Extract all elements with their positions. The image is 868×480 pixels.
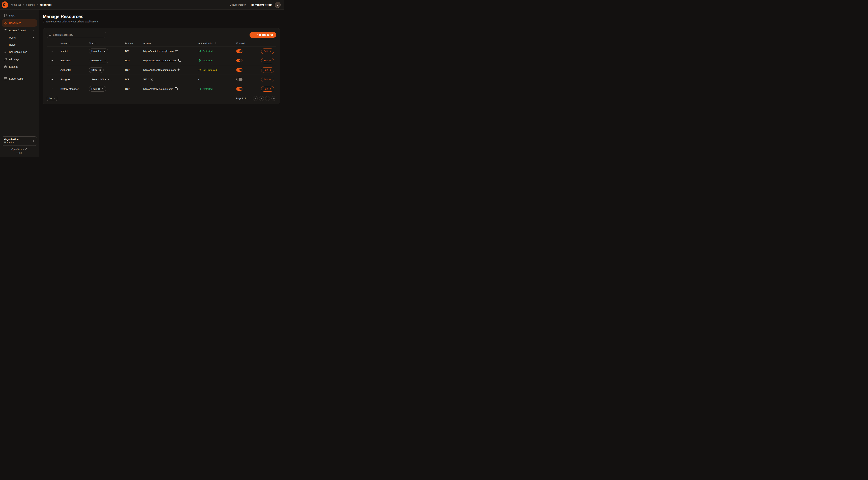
- page-title: Manage Resources: [43, 14, 280, 19]
- copy-button[interactable]: [178, 59, 182, 62]
- sort-by-authentication-button[interactable]: Authentication: [198, 42, 217, 45]
- version-label: v1.3.0: [2, 152, 37, 154]
- edit-label: Edit: [264, 88, 268, 90]
- sidebar-item-label: Roles: [9, 43, 16, 46]
- sort-by-name-button[interactable]: Name: [60, 42, 70, 45]
- copy-button[interactable]: [175, 87, 178, 90]
- edit-button[interactable]: Edit: [261, 67, 274, 73]
- avatar[interactable]: J: [275, 2, 281, 8]
- ellipsis-icon: [50, 50, 53, 53]
- last-page-button[interactable]: [272, 96, 276, 101]
- protocol: TCP: [121, 78, 140, 81]
- arrow-right-icon: [269, 69, 272, 71]
- arrow-right-icon: [269, 88, 272, 90]
- auth-status: Protected: [203, 59, 213, 62]
- sidebar-item-roles[interactable]: Roles: [2, 41, 37, 48]
- toggle-knob: [239, 50, 242, 53]
- site-badge[interactable]: Home Lab: [89, 49, 108, 54]
- row-actions-button[interactable]: [49, 67, 54, 72]
- auth-status: Protected: [203, 50, 213, 53]
- edit-button[interactable]: Edit: [261, 86, 274, 92]
- sidebar-item-label: API Keys: [9, 58, 20, 61]
- sort-icon: [215, 42, 217, 44]
- enabled-toggle[interactable]: [236, 78, 243, 81]
- user-email[interactable]: joe@example.com: [251, 3, 272, 6]
- enabled-toggle[interactable]: [236, 87, 243, 91]
- breadcrumb-settings[interactable]: settings: [26, 3, 35, 6]
- row-actions-button[interactable]: [49, 77, 54, 82]
- resources-icon: [4, 22, 7, 25]
- column-header-name: Name: [60, 42, 67, 45]
- sidebar-item-users[interactable]: Users: [2, 34, 37, 41]
- gear-icon: [4, 65, 7, 68]
- site-badge[interactable]: Edge 01: [89, 86, 106, 92]
- shield-check-icon: [198, 50, 201, 53]
- row-actions-button[interactable]: [49, 49, 54, 54]
- sidebar-item-shareable-links[interactable]: Shareable Links: [2, 48, 37, 56]
- resource-name: Authentik: [57, 69, 85, 71]
- documentation-link[interactable]: Documentation: [229, 3, 246, 6]
- sidebar-item-resources[interactable]: Resources: [2, 19, 37, 27]
- arrow-right-icon: [269, 78, 272, 81]
- row-actions-button[interactable]: [49, 86, 54, 91]
- toggle-knob: [237, 78, 239, 81]
- copy-icon: [175, 87, 178, 90]
- organization-value: Home Lab: [4, 141, 19, 144]
- open-source-link[interactable]: Open Source: [2, 148, 37, 151]
- edit-label: Edit: [264, 59, 268, 62]
- protocol: TCP: [121, 69, 140, 71]
- protocol: TCP: [121, 59, 140, 62]
- first-page-button[interactable]: [253, 96, 258, 101]
- external-link-icon: [25, 148, 27, 150]
- copy-button[interactable]: [178, 68, 181, 72]
- sidebar-item-settings[interactable]: Settings: [2, 63, 37, 70]
- protocol: TCP: [121, 50, 140, 53]
- chevron-right-icon: [32, 36, 35, 39]
- sidebar-item-server-admin[interactable]: Server Admin: [2, 75, 37, 82]
- edit-label: Edit: [264, 78, 268, 81]
- enabled-toggle[interactable]: [236, 50, 243, 53]
- search-icon: [49, 33, 52, 36]
- edit-button[interactable]: Edit: [261, 77, 274, 82]
- link-icon: [4, 51, 7, 54]
- sidebar-item-label: Settings: [9, 65, 18, 68]
- organization-selector[interactable]: Organization Home Lab: [2, 137, 37, 146]
- chevrons-up-down-icon: [32, 140, 35, 142]
- auth-status: -: [198, 78, 199, 81]
- toggle-knob: [239, 69, 242, 71]
- row-actions-button[interactable]: [49, 58, 54, 63]
- enabled-toggle[interactable]: [236, 68, 243, 72]
- chevron-left-icon: [260, 97, 263, 99]
- copy-button[interactable]: [175, 50, 179, 53]
- chevrons-right-icon: [273, 97, 275, 99]
- site-badge[interactable]: Home Lab: [89, 58, 108, 63]
- copy-button[interactable]: [151, 78, 154, 81]
- sidebar-item-label: Sites: [9, 14, 14, 17]
- breadcrumb-org[interactable]: home-lab: [11, 3, 21, 6]
- edit-button[interactable]: Edit: [261, 49, 274, 54]
- sidebar-item-api-keys[interactable]: API Keys: [2, 56, 37, 63]
- search-input[interactable]: [47, 32, 106, 38]
- server-icon: [4, 77, 7, 80]
- site-name: Office: [91, 69, 97, 71]
- edit-label: Edit: [264, 69, 268, 71]
- site-name: Home Lab: [91, 50, 102, 53]
- enabled-toggle[interactable]: [236, 59, 243, 62]
- next-page-button[interactable]: [265, 96, 270, 101]
- app-logo-icon[interactable]: [1, 1, 8, 8]
- sidebar-item-access-control[interactable]: Access Control: [2, 27, 37, 34]
- edit-button[interactable]: Edit: [261, 58, 274, 63]
- site-badge[interactable]: Second Office: [89, 77, 112, 82]
- sidebar-item-sites[interactable]: Sites: [2, 12, 37, 19]
- page-size-select[interactable]: 20: [47, 96, 57, 101]
- add-resource-button[interactable]: Add Resource: [250, 32, 276, 38]
- copy-icon: [151, 78, 153, 81]
- site-badge[interactable]: Office: [89, 67, 104, 73]
- copy-icon: [175, 50, 178, 52]
- page-subtitle: Create secure proxies to your private ap…: [43, 20, 280, 23]
- resources-card: Add Resource Name Site: [43, 28, 280, 104]
- chevron-right-icon: [23, 4, 25, 6]
- sort-by-site-button[interactable]: Site: [89, 42, 97, 45]
- prev-page-button[interactable]: [259, 96, 264, 101]
- resource-name: Immich: [57, 50, 85, 53]
